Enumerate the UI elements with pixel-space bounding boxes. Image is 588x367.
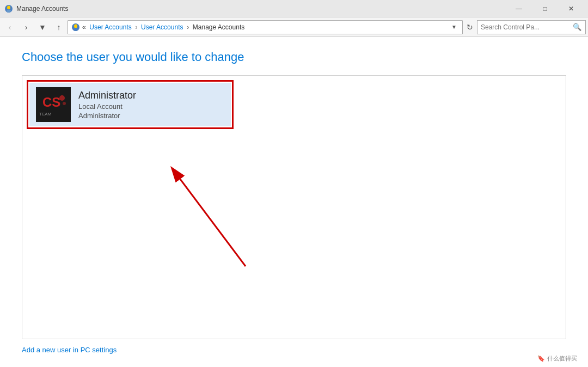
page-title: Choose the user you would like to change xyxy=(22,50,566,64)
svg-point-10 xyxy=(59,95,65,101)
close-button[interactable]: ✕ xyxy=(559,0,584,17)
window-icon xyxy=(4,4,13,13)
address-dropdown-button[interactable]: ▼ xyxy=(449,21,459,34)
back-button[interactable]: ‹ xyxy=(2,20,17,35)
svg-point-6 xyxy=(73,28,78,31)
search-field[interactable]: 🔍 xyxy=(477,20,586,34)
breadcrumb-part-1[interactable]: User Accounts xyxy=(89,23,131,31)
account-avatar: CS TEAM xyxy=(36,87,71,122)
watermark: 🔖 什么值得买 xyxy=(537,354,577,363)
account-name: Administrator xyxy=(78,90,136,101)
forward-button[interactable]: › xyxy=(19,20,34,35)
watermark-icon: 🔖 xyxy=(537,355,545,362)
account-role: Administrator xyxy=(78,112,136,120)
add-user-link[interactable]: Add a new user in PC settings xyxy=(22,346,566,354)
account-type: Local Account xyxy=(78,102,136,111)
avatar-svg: CS TEAM xyxy=(36,87,71,122)
svg-text:TEAM: TEAM xyxy=(39,112,52,117)
svg-point-3 xyxy=(7,9,11,12)
search-input[interactable] xyxy=(481,23,570,31)
svg-line-13 xyxy=(180,179,246,266)
window-title: Manage Accounts xyxy=(16,5,68,13)
svg-point-5 xyxy=(74,24,77,28)
breadcrumb-current: Manage Accounts xyxy=(193,23,244,31)
account-info: Administrator Local Account Administrato… xyxy=(78,90,136,120)
accounts-panel: CS TEAM Administrator Local Account Admi… xyxy=(22,75,566,339)
title-bar-controls: — □ ✕ xyxy=(506,0,584,17)
title-bar: Manage Accounts — □ ✕ xyxy=(0,0,588,17)
search-icon[interactable]: 🔍 xyxy=(572,22,582,33)
account-item-wrapper: CS TEAM Administrator Local Account Admi… xyxy=(27,80,234,129)
address-field[interactable]: « User Accounts › User Accounts › Manage… xyxy=(68,20,463,34)
breadcrumb-part-2[interactable]: User Accounts xyxy=(141,23,183,31)
title-bar-left: Manage Accounts xyxy=(4,4,68,13)
svg-point-11 xyxy=(63,102,66,105)
svg-point-1 xyxy=(7,5,10,9)
annotation-arrow xyxy=(164,163,273,272)
breadcrumb: « User Accounts › User Accounts › Manage… xyxy=(82,23,447,31)
watermark-text: 什么值得买 xyxy=(547,354,577,363)
address-bar: ‹ › ▼ ↑ « User Accounts › User Accounts … xyxy=(0,17,588,37)
maximize-button[interactable]: □ xyxy=(532,0,558,17)
minimize-button[interactable]: — xyxy=(506,0,531,17)
address-icon xyxy=(71,23,80,32)
main-content: Choose the user you would like to change… xyxy=(0,37,588,367)
svg-text:CS: CS xyxy=(42,95,60,109)
up-button[interactable]: ↑ xyxy=(51,20,66,35)
account-item[interactable]: CS TEAM Administrator Local Account Admi… xyxy=(29,83,231,126)
refresh-button[interactable]: ↻ xyxy=(464,21,476,33)
history-dropdown-button[interactable]: ▼ xyxy=(35,20,50,35)
